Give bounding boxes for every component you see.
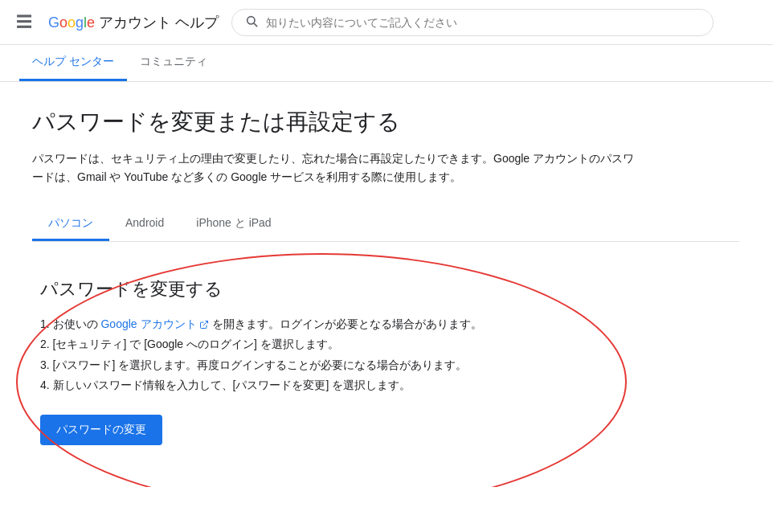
content-tab-android[interactable]: Android bbox=[109, 208, 180, 241]
svg-line-1 bbox=[254, 23, 257, 27]
google-account-link[interactable]: Google アカウント bbox=[100, 317, 196, 330]
step-2: 2. [セキュリティ] で [Google へのログイン] を選択します。 bbox=[40, 334, 731, 354]
content-tab-iphone[interactable]: iPhone と iPad bbox=[180, 208, 287, 241]
header: ☰ Google アカウント ヘルプ bbox=[0, 0, 773, 45]
nav-tab-community[interactable]: コミュニティ bbox=[127, 45, 220, 81]
change-password-button[interactable]: パスワードの変更 bbox=[40, 415, 162, 445]
nav-tabs: ヘルプ センター コミュニティ bbox=[0, 45, 773, 82]
menu-icon[interactable]: ☰ bbox=[13, 8, 35, 36]
step-3: 3. [パスワード] を選択します。再度ログインすることが必要になる場合がありま… bbox=[40, 355, 731, 375]
svg-line-2 bbox=[203, 321, 208, 326]
content-tabs: パソコン Android iPhone と iPad bbox=[32, 208, 739, 242]
page-description: パスワードは、セキュリティ上の理由で変更したり、忘れた場合に再設定したりできます… bbox=[32, 149, 635, 186]
content-tab-pc[interactable]: パソコン bbox=[32, 208, 109, 241]
search-input[interactable] bbox=[266, 16, 700, 29]
step-4: 4. 新しいパスワード情報を入力して、[パスワードを変更] を選択します。 bbox=[40, 375, 731, 395]
section-title: パスワードを変更する bbox=[40, 277, 731, 301]
page-title: パスワードを変更または再設定する bbox=[32, 108, 739, 137]
step-1: 1. お使いの Google アカウント を開きます。ログインが必要となる場合が… bbox=[40, 314, 731, 334]
search-icon bbox=[245, 14, 258, 31]
section-wrapper: パスワードを変更する 1. お使いの Google アカウント を開きます。ログ… bbox=[32, 261, 739, 461]
search-bar[interactable] bbox=[231, 9, 714, 36]
nav-tab-help-center[interactable]: ヘルプ センター bbox=[19, 45, 127, 81]
logo-text: Google アカウント ヘルプ bbox=[48, 13, 219, 32]
app-logo: Google アカウント ヘルプ bbox=[48, 13, 219, 32]
steps-list: 1. お使いの Google アカウント を開きます。ログインが必要となる場合が… bbox=[40, 314, 731, 395]
main-content: パスワードを変更または再設定する パスワードは、セキュリティ上の理由で変更したり… bbox=[0, 82, 771, 487]
